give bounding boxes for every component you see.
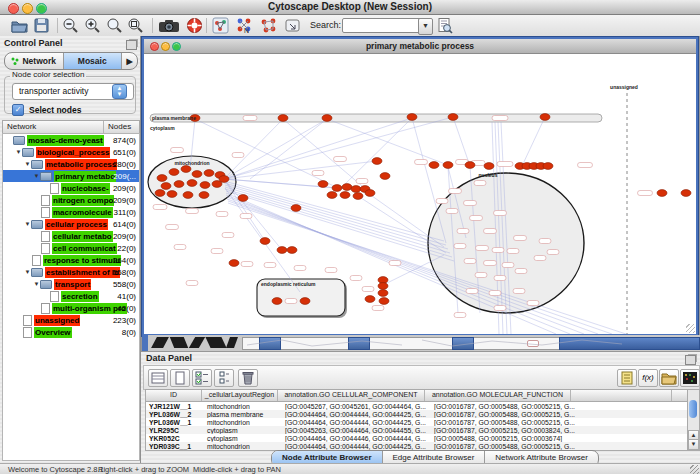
network-view-icon[interactable] bbox=[212, 17, 229, 34]
gene-node[interactable] bbox=[181, 166, 191, 173]
tree-row-macromolecule[interactable]: macromolecule311(0) bbox=[3, 206, 139, 218]
select-nodes-checkbox[interactable]: ✓ bbox=[12, 104, 24, 116]
gene-node[interactable] bbox=[327, 192, 337, 199]
more-tabs-icon[interactable]: ▶ bbox=[122, 53, 137, 69]
gene-node[interactable] bbox=[187, 180, 197, 187]
gene-node[interactable] bbox=[200, 182, 210, 189]
open-folder-icon[interactable] bbox=[11, 17, 28, 34]
table-row-YPL036W__1[interactable]: YPL036W__1mitochondrion[GO:0044464, GO:0… bbox=[146, 418, 688, 426]
network-vizmapper-icon[interactable]: N bbox=[236, 17, 253, 34]
gene-node[interactable] bbox=[429, 162, 439, 169]
gene-node[interactable] bbox=[465, 162, 475, 169]
table-row-YLR295C[interactable]: YLR295Ccytoplasm[GO:0045263, GO:0044464,… bbox=[146, 426, 688, 434]
gene-node[interactable] bbox=[157, 175, 167, 182]
table-row-YKR052C[interactable]: YKR052Ccytoplasm[GO:0044464, GO:0044446,… bbox=[146, 434, 688, 442]
tree-row-response-to-stimulu[interactable]: response to stimulu264(0) bbox=[3, 254, 139, 266]
tree-row-biological-process[interactable]: ▼biological_process651(0) bbox=[3, 146, 139, 158]
gene-node[interactable] bbox=[407, 114, 417, 121]
gene-node[interactable] bbox=[204, 170, 214, 177]
gene-node[interactable] bbox=[443, 162, 453, 169]
close-window-icon[interactable] bbox=[8, 3, 19, 14]
unselect-attributes-icon[interactable] bbox=[214, 369, 234, 387]
gene-node[interactable] bbox=[272, 298, 282, 305]
column-header-ID[interactable]: ID bbox=[146, 390, 202, 401]
expander-icon[interactable]: ▼ bbox=[33, 281, 40, 287]
column-header-annotation.GO CELLULAR_COMPONENT[interactable]: annotation.GO CELLULAR_COMPONENT bbox=[278, 390, 425, 401]
column-header-blank[interactable] bbox=[571, 390, 672, 401]
table-row-YDR039C__1[interactable]: YDR039C__1mitochondrion[GO:0044464, GO:0… bbox=[146, 442, 688, 450]
tree-row-primary-metabo[interactable]: ▼primary metabo209(... bbox=[3, 170, 139, 182]
close-view-icon[interactable] bbox=[150, 42, 159, 51]
column-header-_cellularLayoutRegion[interactable]: _cellularLayoutRegion bbox=[202, 390, 278, 401]
gene-node[interactable] bbox=[238, 195, 248, 202]
gene-node[interactable] bbox=[657, 190, 667, 197]
scrollbar-thumb[interactable] bbox=[689, 400, 697, 418]
zoom-in-icon[interactable] bbox=[84, 17, 101, 34]
column-header-annotation.GO MOLECULAR_FUNCTION[interactable]: annotation.GO MOLECULAR_FUNCTION bbox=[425, 390, 571, 401]
search-input[interactable] bbox=[342, 18, 422, 33]
gene-node[interactable] bbox=[353, 193, 363, 200]
tree-row-metabolic-process[interactable]: ▼metabolic process280(0) bbox=[3, 158, 139, 170]
gene-node[interactable] bbox=[300, 298, 310, 305]
save-icon[interactable] bbox=[33, 17, 50, 34]
search-dropdown-icon[interactable]: ▼ bbox=[418, 18, 433, 35]
gene-node[interactable] bbox=[380, 173, 390, 180]
attribute-list-icon[interactable] bbox=[617, 369, 637, 387]
window-resize-grip[interactable] bbox=[690, 465, 699, 474]
network-view-titlebar[interactable]: primary metabolic process bbox=[144, 39, 696, 54]
dropdown-stepper-icon[interactable]: ▲▼ bbox=[112, 84, 127, 99]
tree-row-mosaic-demo-yeast[interactable]: mosaic-demo-yeast874(0) bbox=[3, 134, 139, 146]
gene-node[interactable] bbox=[219, 176, 229, 183]
tree-row-transport[interactable]: ▼transport558(0) bbox=[3, 278, 139, 290]
gene-node[interactable] bbox=[169, 169, 179, 176]
gene-node[interactable] bbox=[199, 192, 209, 199]
snapshot-camera-icon[interactable] bbox=[158, 17, 180, 34]
zoom-window-icon[interactable] bbox=[36, 3, 47, 14]
table-row-YJR121W__1[interactable]: YJR121W__1mitochondrion[GO:0045267, GO:0… bbox=[146, 402, 688, 410]
annotation-icon[interactable] bbox=[284, 17, 301, 34]
gene-node[interactable] bbox=[322, 115, 332, 122]
gene-node[interactable] bbox=[167, 191, 177, 198]
gene-node[interactable] bbox=[342, 184, 352, 191]
minimize-view-icon[interactable] bbox=[161, 42, 170, 51]
scroll-down-icon[interactable]: ▼ bbox=[688, 439, 699, 450]
tree-row-nitrogen-compo[interactable]: nitrogen compo209(0) bbox=[3, 194, 139, 206]
gene-node[interactable] bbox=[332, 185, 342, 192]
expander-icon[interactable]: ▼ bbox=[24, 221, 31, 227]
import-folder-icon[interactable] bbox=[659, 369, 679, 387]
formula-fx-icon[interactable]: f(x) bbox=[638, 369, 658, 387]
tree-row-cell-communicat[interactable]: cell communicat22(0) bbox=[3, 242, 139, 254]
select-attributes-icon[interactable] bbox=[192, 369, 212, 387]
gene-node[interactable] bbox=[174, 181, 184, 188]
gene-node[interactable] bbox=[278, 115, 288, 122]
zoom-out-icon[interactable] bbox=[62, 17, 79, 34]
gene-node[interactable] bbox=[379, 298, 389, 305]
gene-node[interactable] bbox=[192, 171, 202, 178]
gene-node[interactable] bbox=[340, 192, 350, 199]
gene-node[interactable] bbox=[318, 181, 328, 188]
gene-node[interactable] bbox=[351, 186, 361, 193]
gene-node[interactable] bbox=[448, 114, 458, 121]
gene-node[interactable] bbox=[365, 296, 375, 303]
view-resize-grip[interactable] bbox=[686, 324, 695, 333]
float-panel-icon[interactable] bbox=[126, 40, 137, 50]
minimize-window-icon[interactable] bbox=[22, 3, 33, 14]
matrix-browser-icon[interactable] bbox=[680, 369, 700, 387]
float-panel-icon[interactable] bbox=[685, 355, 696, 365]
tab-mosaic[interactable]: Mosaic bbox=[64, 53, 123, 69]
gene-node[interactable] bbox=[378, 290, 388, 297]
gene-node[interactable] bbox=[155, 190, 165, 197]
network-view-window[interactable]: primary metabolic process plasma membran… bbox=[142, 37, 698, 336]
tree-row-establishment-of-lo[interactable]: ▼establishment of lo558(0) bbox=[3, 266, 139, 278]
table-scrollbar[interactable]: ▲ ▼ bbox=[687, 389, 700, 451]
zoom-fit-icon[interactable] bbox=[127, 17, 144, 34]
table-row-YPL036W__2[interactable]: YPL036W__2plasma membrane[GO:0044464, GO… bbox=[146, 410, 688, 418]
gene-node[interactable] bbox=[229, 260, 239, 267]
gene-node[interactable] bbox=[260, 238, 270, 245]
expander-icon[interactable]: ▼ bbox=[24, 269, 31, 275]
network-canvas[interactable]: plasma membranecytoplasmmitochondrionnuc… bbox=[144, 54, 696, 334]
tree-row-secretion[interactable]: secretion41(0) bbox=[3, 290, 139, 302]
gene-node[interactable] bbox=[287, 247, 297, 254]
tree-row-cellular-process[interactable]: ▼cellular process614(0) bbox=[3, 218, 139, 230]
gene-node[interactable] bbox=[183, 192, 193, 199]
